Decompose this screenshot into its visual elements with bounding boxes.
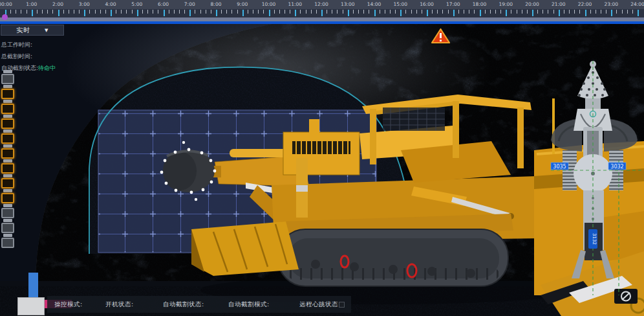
minor-tick xyxy=(169,10,169,14)
hour-tick xyxy=(400,10,402,16)
time-mode-dropdown[interactable]: 实时 ▼ xyxy=(1,25,64,36)
toolbar-button[interactable] xyxy=(1,189,14,204)
minor-tick xyxy=(337,10,338,14)
toolbar-button[interactable] xyxy=(1,204,14,219)
hour-tick xyxy=(532,10,533,16)
hour-tick xyxy=(427,10,428,16)
toolbar-button-body xyxy=(1,163,14,174)
toolbar-button-cap xyxy=(3,70,12,73)
total-work-time-line: 总工作时间: xyxy=(1,39,56,51)
minor-tick xyxy=(206,10,206,14)
minor-tick xyxy=(79,10,80,14)
toolbar-button-body xyxy=(1,238,14,248)
minor-tick xyxy=(332,10,332,14)
toolbar-button[interactable] xyxy=(1,219,14,234)
timeline-hour-label: 14:00 xyxy=(367,1,381,7)
hour-tick xyxy=(32,10,33,16)
timeline-hour-label: 10:00 xyxy=(262,1,276,7)
axis-gizmo-vertical-bar xyxy=(28,273,38,299)
toolbar-button[interactable] xyxy=(1,70,14,85)
minor-tick xyxy=(52,10,53,14)
app-window: 3035 3032 3132 00:001:002:003:004:005:00… xyxy=(0,0,644,316)
minor-tick xyxy=(564,10,564,14)
total-cutting-time-line: 总截割时间: xyxy=(1,51,56,62)
hour-tick xyxy=(137,10,138,16)
hour-tick xyxy=(506,10,507,16)
minor-tick xyxy=(622,10,623,14)
toolbar-button-body xyxy=(1,133,14,144)
tunnel-3d-viewport[interactable]: 3035 3032 3132 xyxy=(0,23,644,316)
minor-tick xyxy=(290,10,290,14)
minor-tick xyxy=(358,10,359,14)
minor-tick xyxy=(511,10,511,14)
minor-tick xyxy=(284,10,285,14)
hour-tick xyxy=(611,10,612,16)
minor-tick xyxy=(422,10,422,14)
toolbar-button[interactable] xyxy=(1,130,14,144)
toolbar-button[interactable] xyxy=(1,234,14,249)
minor-tick xyxy=(405,10,406,14)
crawler-track xyxy=(278,214,513,286)
toolbar-button-body xyxy=(1,208,14,218)
timeline-hour-label: 5:00 xyxy=(131,1,142,7)
timeline-playhead[interactable] xyxy=(2,14,8,20)
toolbar-button[interactable] xyxy=(1,115,14,130)
left-toolbar xyxy=(1,70,14,249)
timeline-hour-label: 12:00 xyxy=(314,1,328,7)
minor-tick xyxy=(105,10,106,14)
hour-tick xyxy=(453,10,455,16)
prohibit-icon[interactable] xyxy=(614,289,638,304)
toolbar-button-cap xyxy=(3,219,12,222)
minor-tick xyxy=(500,10,501,14)
minor-tick xyxy=(231,10,232,14)
toolbar-button-cap xyxy=(3,204,12,207)
minor-tick xyxy=(490,10,491,14)
svg-text:3132: 3132 xyxy=(592,233,597,245)
toolbar-button[interactable] xyxy=(1,174,14,189)
chevron-down-icon: ▼ xyxy=(45,28,48,33)
minor-tick xyxy=(327,10,327,14)
minor-tick xyxy=(42,10,43,14)
minor-tick xyxy=(574,10,575,14)
timeline-hour-label: 00:00 xyxy=(0,1,12,7)
minor-tick xyxy=(274,10,275,14)
toolbar-button-body xyxy=(1,89,14,99)
hour-tick xyxy=(216,10,217,16)
minor-tick xyxy=(200,10,201,14)
minor-tick xyxy=(437,10,438,14)
minor-tick xyxy=(469,10,469,14)
timeline-hour-label: 24:00 xyxy=(630,1,644,7)
toolbar-button[interactable] xyxy=(1,159,14,174)
minor-tick xyxy=(132,10,133,14)
axis-gizmo-origin[interactable] xyxy=(17,297,45,315)
hour-tick xyxy=(348,10,349,16)
minor-tick xyxy=(195,10,195,14)
timeline-hour-label: 15:00 xyxy=(393,1,407,7)
heartbeat-indicator xyxy=(339,302,345,308)
minor-tick xyxy=(343,10,343,14)
toolbar-button-body xyxy=(1,74,14,84)
minor-tick xyxy=(279,10,280,14)
timeline-ticks[interactable] xyxy=(0,9,644,17)
toolbar-button-cap xyxy=(3,85,12,88)
minor-tick xyxy=(596,10,596,14)
toolbar-button[interactable] xyxy=(1,144,14,159)
toolbar-button[interactable] xyxy=(1,85,14,100)
timeline-accent-line xyxy=(0,21,644,24)
minor-tick xyxy=(263,10,264,14)
toolbar-button-body xyxy=(1,178,14,188)
timeline-bar[interactable]: 00:001:002:003:004:005:006:007:008:009:0… xyxy=(0,0,644,24)
timeline-labels: 00:001:002:003:004:005:006:007:008:009:0… xyxy=(0,0,644,9)
minor-tick xyxy=(37,10,38,14)
minor-tick xyxy=(411,10,412,14)
minor-tick xyxy=(606,10,606,14)
toolbar-button-cap xyxy=(3,115,12,118)
minor-tick xyxy=(253,10,253,14)
schematic-badge-vertical: 3132 xyxy=(588,229,597,249)
minor-tick xyxy=(174,10,175,14)
hour-tick xyxy=(638,10,639,16)
hour-tick xyxy=(164,10,165,16)
timeline-hour-label: 21:00 xyxy=(552,1,566,7)
minor-tick xyxy=(237,10,238,14)
toolbar-button[interactable] xyxy=(1,100,14,115)
